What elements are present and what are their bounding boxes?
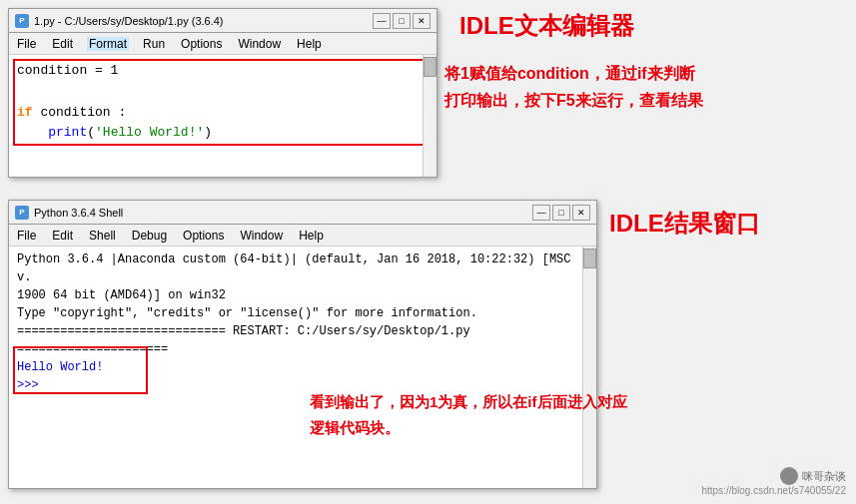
shell-line-4: ============================= RESTART: C… bbox=[17, 322, 588, 358]
code-line-2 bbox=[17, 82, 428, 103]
editor-scrollbar[interactable] bbox=[423, 55, 436, 177]
editor-close-button[interactable]: ✕ bbox=[413, 13, 430, 29]
annotation-desc-1: 将1赋值给condition，通过if来判断 打印输出，按下F5来运行，查看结果 bbox=[444, 60, 703, 114]
keyword-if: if bbox=[17, 105, 33, 120]
shell-line-5: Hello World! bbox=[17, 358, 588, 376]
annotation-title-2: IDLE结果窗口 bbox=[609, 208, 760, 240]
shell-menu-debug[interactable]: Debug bbox=[130, 229, 169, 243]
annotation-desc-1-line1: 将1赋值给condition，通过if来判断 bbox=[444, 60, 703, 87]
shell-line-2: 1900 64 bit (AMD64)] on win32 bbox=[17, 286, 588, 304]
shell-content-area[interactable]: Python 3.6.4 |Anaconda custom (64-bit)| … bbox=[9, 247, 596, 398]
shell-title-text: Python 3.6.4 Shell bbox=[34, 207, 123, 219]
code-line-3: if condition : bbox=[17, 103, 428, 124]
watermark-url: https://blog.csdn.net/s740055/22 bbox=[701, 485, 846, 496]
code-line-1: condition = 1 bbox=[17, 61, 428, 82]
editor-title-text: 1.py - C:/Users/sy/Desktop/1.py (3.6.4) bbox=[34, 15, 224, 27]
shell-maximize-button[interactable]: □ bbox=[552, 205, 570, 221]
editor-titlebar: P 1.py - C:/Users/sy/Desktop/1.py (3.6.4… bbox=[9, 9, 436, 33]
shell-window-controls: — □ ✕ bbox=[532, 205, 590, 221]
editor-title-left: P 1.py - C:/Users/sy/Desktop/1.py (3.6.4… bbox=[15, 14, 224, 28]
shell-window-icon: P bbox=[15, 206, 29, 220]
shell-titlebar: P Python 3.6.4 Shell — □ ✕ bbox=[9, 201, 596, 225]
shell-menu-help[interactable]: Help bbox=[297, 229, 326, 243]
shell-scrollbar-thumb[interactable] bbox=[583, 249, 596, 268]
watermark-icon bbox=[780, 467, 798, 485]
editor-menu-edit[interactable]: Edit bbox=[50, 37, 75, 51]
shell-menu-window[interactable]: Window bbox=[238, 229, 285, 243]
editor-window-icon: P bbox=[15, 14, 29, 28]
shell-scrollbar[interactable] bbox=[582, 247, 596, 488]
shell-title-left: P Python 3.6.4 Shell bbox=[15, 206, 123, 220]
editor-menu-options[interactable]: Options bbox=[179, 37, 224, 51]
string-hello: 'Hello World!' bbox=[95, 125, 204, 140]
shell-line-1: Python 3.6.4 |Anaconda custom (64-bit)| … bbox=[17, 251, 588, 286]
editor-menubar: File Edit Format Run Options Window Help bbox=[9, 33, 436, 55]
editor-minimize-button[interactable]: — bbox=[373, 13, 391, 29]
watermark: 咪哥杂谈 https://blog.csdn.net/s740055/22 bbox=[701, 467, 846, 496]
shell-line-3: Type "copyright", "credits" or "license(… bbox=[17, 304, 588, 322]
editor-scrollbar-thumb[interactable] bbox=[424, 57, 436, 77]
shell-menu-shell[interactable]: Shell bbox=[87, 229, 118, 243]
watermark-logo: 咪哥杂谈 bbox=[701, 467, 846, 485]
shell-menu-file[interactable]: File bbox=[15, 229, 38, 243]
idle-editor-window: P 1.py - C:/Users/sy/Desktop/1.py (3.6.4… bbox=[8, 8, 437, 178]
editor-menu-run[interactable]: Run bbox=[141, 37, 167, 51]
watermark-name: 咪哥杂谈 bbox=[802, 469, 846, 484]
builtin-print: print bbox=[48, 125, 87, 140]
editor-code-area[interactable]: condition = 1 if condition : print('Hell… bbox=[9, 55, 436, 150]
annotation-title-1: IDLE文本编辑器 bbox=[459, 10, 634, 42]
annotation-desc-1-line2: 打印输出，按下F5来运行，查看结果 bbox=[444, 87, 703, 114]
editor-window-controls: — □ ✕ bbox=[373, 13, 430, 29]
shell-close-button[interactable]: ✕ bbox=[572, 205, 590, 221]
shell-menu-edit[interactable]: Edit bbox=[50, 229, 75, 243]
editor-menu-format[interactable]: Format bbox=[87, 37, 129, 51]
shell-menu-options[interactable]: Options bbox=[181, 229, 226, 243]
editor-menu-help[interactable]: Help bbox=[295, 37, 324, 51]
shell-line-6: >>> bbox=[17, 376, 588, 394]
editor-maximize-button[interactable]: □ bbox=[393, 13, 411, 29]
editor-menu-window[interactable]: Window bbox=[236, 37, 283, 51]
editor-menu-file[interactable]: File bbox=[15, 37, 38, 51]
idle-shell-window: P Python 3.6.4 Shell — □ ✕ File Edit She… bbox=[8, 200, 597, 489]
code-line-4: print('Hello World!') bbox=[17, 123, 428, 144]
shell-minimize-button[interactable]: — bbox=[532, 205, 550, 221]
shell-menubar: File Edit Shell Debug Options Window Hel… bbox=[9, 225, 596, 247]
